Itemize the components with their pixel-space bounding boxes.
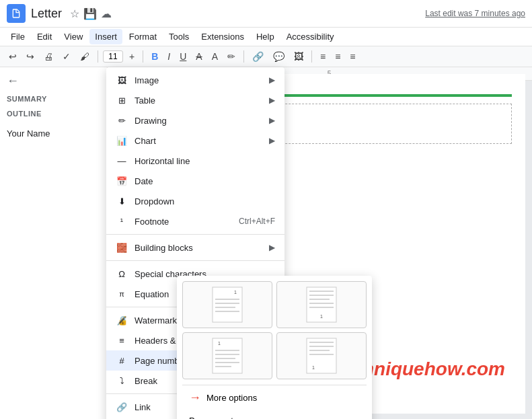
bold-button[interactable]: B <box>148 49 161 64</box>
sidebar-back-button[interactable]: ← <box>7 74 100 88</box>
menu-extensions[interactable]: Extensions <box>196 29 250 44</box>
image-toolbar-button[interactable]: 🖼 <box>291 49 307 64</box>
menu-format[interactable]: Format <box>124 29 162 44</box>
save-icon[interactable]: 💾 <box>83 7 97 20</box>
dropdown-icon: ⬇ <box>116 195 128 207</box>
align-center-button[interactable]: ≡ <box>332 49 344 64</box>
page-count-button[interactable]: Page count <box>182 410 367 419</box>
separator-1 <box>98 50 98 63</box>
page-num-bottom-left[interactable]: 1 <box>182 332 272 379</box>
toolbar: ↩ ↪ 🖨 ✓ 🖌 + B I U A A ✏ 🔗 💬 🖼 ≡ ≡ ≡ <box>0 46 532 67</box>
separator-2 <box>143 50 143 63</box>
last-edit: Last edit was 7 minutes ago <box>425 9 525 18</box>
more-options-label: More options <box>206 393 257 403</box>
font-size-up[interactable]: + <box>126 49 138 64</box>
text-color-button[interactable]: A <box>208 49 221 64</box>
page-number-options: 1 1 <box>182 281 367 379</box>
sidebar-name: Your Name <box>7 128 100 139</box>
undo-button[interactable]: ↩ <box>5 49 20 64</box>
footnote-shortcut: Ctrl+Alt+F <box>239 217 275 226</box>
menu-item-building[interactable]: 🧱 Building blocks ▶ <box>106 237 284 258</box>
menu-item-table-label: Table <box>135 96 262 106</box>
building-icon: 🧱 <box>116 241 128 254</box>
italic-button[interactable]: I <box>164 49 174 64</box>
doc-title[interactable]: Letter <box>31 7 62 21</box>
menu-view[interactable]: View <box>59 29 88 44</box>
paint-button[interactable]: 🖌 <box>77 49 93 64</box>
image-arrow: ▶ <box>269 75 275 85</box>
page-numbers-submenu: 1 1 <box>177 276 372 419</box>
equation-icon: π <box>116 288 128 300</box>
menu-item-building-label: Building blocks <box>135 243 262 253</box>
menu-item-footnote[interactable]: ¹ Footnote Ctrl+Alt+F <box>106 211 284 231</box>
align-left-button[interactable]: ≡ <box>317 49 329 64</box>
drawing-arrow: ▶ <box>269 116 275 125</box>
menu-help[interactable]: Help <box>251 29 280 44</box>
chart-arrow: ▶ <box>269 136 275 145</box>
title-icons: ☆ 💾 ☁ <box>70 7 112 20</box>
menu-item-image-label: Image <box>135 75 262 85</box>
separator-3 <box>243 50 244 63</box>
table-icon: ⊞ <box>116 94 128 106</box>
star-icon[interactable]: ☆ <box>70 7 79 20</box>
page-num-top-right[interactable]: 1 <box>182 281 272 328</box>
page-count-label: Page count <box>189 416 233 419</box>
menu-insert[interactable]: Insert <box>89 29 122 44</box>
red-arrow-icon: → <box>189 391 201 405</box>
menu-file[interactable]: File <box>5 29 30 44</box>
headers-icon: ≡ <box>116 334 128 346</box>
link-button[interactable]: 🔗 <box>249 49 267 64</box>
spellcheck-button[interactable]: ✓ <box>59 49 74 64</box>
menu-item-footnote-label: Footnote <box>135 217 232 227</box>
sidebar-outline-label: OUTLINE <box>7 110 100 118</box>
sidebar: ← SUMMARY OUTLINE Your Name <box>0 67 108 419</box>
menu-item-date[interactable]: 📅 Date <box>106 171 284 191</box>
menu-tools[interactable]: Tools <box>163 29 194 44</box>
svg-text:1: 1 <box>320 314 323 319</box>
more-options-button[interactable]: → More options <box>182 385 367 410</box>
menu-item-chart-label: Chart <box>135 136 262 146</box>
print-button[interactable]: 🖨 <box>40 49 56 64</box>
chart-icon: 📊 <box>116 135 128 147</box>
menu-item-chart[interactable]: 📊 Chart ▶ <box>106 130 284 151</box>
menu-accessibility[interactable]: Accessibility <box>281 29 340 44</box>
table-arrow: ▶ <box>269 96 275 105</box>
footnote-icon: ¹ <box>116 215 128 227</box>
comment-button[interactable]: 💬 <box>270 49 288 64</box>
menu-item-table[interactable]: ⊞ Table ▶ <box>106 90 284 110</box>
svg-rect-20 <box>307 338 336 373</box>
drawing-icon: ✏ <box>116 114 128 126</box>
menu-item-date-label: Date <box>135 176 275 186</box>
svg-text:1: 1 <box>234 290 237 295</box>
divider-1 <box>106 234 284 235</box>
title-bar: Letter ☆ 💾 ☁ Last edit was 7 minutes ago <box>0 0 532 28</box>
cloud-icon[interactable]: ☁ <box>101 7 112 20</box>
menu-edit[interactable]: Edit <box>32 29 57 44</box>
building-arrow: ▶ <box>269 243 275 252</box>
redo-button[interactable]: ↪ <box>23 49 38 64</box>
menu-item-drawing[interactable]: ✏ Drawing ▶ <box>106 110 284 130</box>
separator-4 <box>311 50 312 63</box>
highlight-button[interactable]: ✏ <box>224 49 239 64</box>
menu-item-dropdown[interactable]: ⬇ Dropdown <box>106 191 284 211</box>
align-right-button[interactable]: ≡ <box>346 49 358 64</box>
menu-item-hline-label: Horizontal line <box>135 156 275 166</box>
pagenumbers-icon: # <box>116 354 128 367</box>
hline-icon: — <box>116 155 128 167</box>
menu-item-image[interactable]: 🖼 Image ▶ <box>106 70 284 90</box>
menu-bar: File Edit View Insert Format Tools Exten… <box>0 28 532 46</box>
menu-item-hline[interactable]: — Horizontal line <box>106 151 284 171</box>
doc-icon <box>7 4 26 23</box>
svg-text:1: 1 <box>312 365 315 370</box>
link-icon: 🔗 <box>116 401 128 413</box>
page-num-bottom-right[interactable]: 1 <box>276 332 367 379</box>
svg-rect-13 <box>213 338 242 373</box>
page-num-top-left[interactable]: 1 <box>276 281 367 328</box>
sidebar-summary-label: SUMMARY <box>7 95 100 103</box>
date-icon: 📅 <box>116 175 128 187</box>
strikethrough-button[interactable]: A <box>192 49 205 64</box>
break-icon: ⤵ <box>116 375 128 387</box>
underline-button[interactable]: U <box>176 49 190 64</box>
menu-item-drawing-label: Drawing <box>135 116 262 126</box>
font-size-input[interactable] <box>103 50 123 63</box>
